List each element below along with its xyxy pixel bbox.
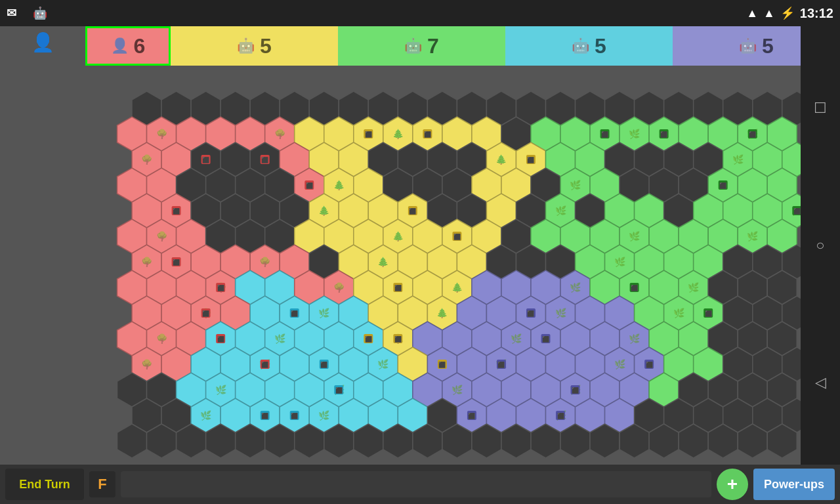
svg-text:🌿: 🌿 <box>732 154 744 165</box>
svg-text:🌿: 🌿 <box>570 282 581 293</box>
svg-text:🌳: 🌳 <box>274 129 286 140</box>
svg-text:🌲: 🌲 <box>452 282 463 293</box>
svg-text:🌿: 🌿 <box>555 308 567 319</box>
svg-text:🌳: 🌳 <box>333 282 345 293</box>
svg-text:⬛: ⬛ <box>749 131 757 138</box>
svg-text:⬛: ⬛ <box>335 387 343 394</box>
svg-text:⬛: ⬛ <box>601 131 609 138</box>
svg-text:🌿: 🌿 <box>274 333 286 345</box>
svg-text:🌳: 🌳 <box>141 154 153 165</box>
svg-text:🌳: 🌳 <box>156 129 168 140</box>
game-board[interactable]: 🌳🌳🌲🌿🌿🌳🌲🌿🌲🌿🌲🌿🌿🌳🌲🌿🌿🌳🌳🌲🌿🌳🌳🌲🌿🌿🌳🌿🌲🌿🌿🌳🌿🌲🌿🌿🌳🌿🌿🌿… <box>85 66 801 465</box>
svg-text:🌿: 🌿 <box>747 231 759 242</box>
svg-text:⬛: ⬛ <box>394 335 402 343</box>
svg-text:⬛: ⬛ <box>527 310 535 318</box>
action-bar <box>121 471 711 497</box>
svg-text:⬛: ⬛ <box>646 361 654 369</box>
svg-text:🌿: 🌿 <box>452 385 463 396</box>
cyan-player-score: 5 <box>595 34 606 58</box>
battery-icon: ⚡ <box>780 6 795 20</box>
svg-text:🌿: 🌿 <box>570 180 581 191</box>
status-bar: ✉ 🤖 ▲ ▲ ⚡ 13:12 <box>0 0 840 26</box>
svg-text:⬛: ⬛ <box>291 310 299 318</box>
player-tab-red[interactable]: 👤 6 <box>85 26 171 66</box>
player-tab-cyan[interactable]: 🤖 5 <box>505 26 673 66</box>
left-sidebar: 👤 <box>0 26 85 465</box>
svg-text:⬛: ⬛ <box>719 182 727 190</box>
player-tab-green[interactable]: 🤖 7 <box>338 26 505 66</box>
svg-text:⬛: ⬛ <box>793 207 801 215</box>
svg-text:⬛: ⬛ <box>173 207 180 215</box>
menu-button[interactable]: ☐ <box>814 100 827 117</box>
svg-text:🌲: 🌲 <box>333 180 345 191</box>
yellow-player-icon: 🤖 <box>237 37 255 54</box>
svg-text:⬛: ⬛ <box>424 131 432 138</box>
svg-text:🌲: 🌲 <box>392 231 404 242</box>
clock: 13:12 <box>800 6 833 21</box>
player-tab-yellow[interactable]: 🤖 5 <box>171 26 338 66</box>
svg-text:🌿: 🌿 <box>629 333 640 345</box>
svg-text:⬛: ⬛ <box>261 412 269 420</box>
svg-text:🌿: 🌿 <box>318 308 330 319</box>
back-button[interactable]: ◁ <box>815 374 826 391</box>
svg-text:🌿: 🌿 <box>614 257 626 268</box>
svg-text:🌳: 🌳 <box>259 257 271 268</box>
email-icon: ✉ <box>7 6 16 20</box>
svg-text:⬛: ⬛ <box>291 412 299 420</box>
hex-grid[interactable]: 🌳🌳🌲🌿🌿🌳🌲🌿🌲🌿🌲🌿🌿🌳🌲🌿🌿🌳🌳🌲🌿🌳🌳🌲🌿🌿🌳🌿🌲🌿🌿🌳🌿🌲🌿🌿🌳🌿🌿🌿… <box>85 66 801 465</box>
svg-text:⬛: ⬛ <box>320 361 328 369</box>
svg-text:⬛: ⬛ <box>217 335 225 343</box>
purple-player-icon: 🤖 <box>739 37 757 54</box>
svg-text:⬛: ⬛ <box>217 284 225 292</box>
svg-text:⬛: ⬛ <box>306 182 314 190</box>
robot-icon: 🤖 <box>33 6 47 20</box>
svg-text:⬛: ⬛ <box>631 284 639 292</box>
red-player-icon: 👤 <box>111 37 129 54</box>
svg-text:⬛: ⬛ <box>202 310 210 318</box>
f-badge: F <box>89 471 116 497</box>
sidebar-player-icon: 👤 <box>32 32 54 53</box>
svg-text:⬛: ⬛ <box>173 259 180 266</box>
svg-text:🌲: 🌲 <box>436 308 448 319</box>
scores-bar: 👤 👤 6 🤖 5 🤖 7 🤖 5 🤖 5 <box>0 26 840 66</box>
home-button[interactable]: ○ <box>816 237 824 254</box>
svg-text:🌳: 🌳 <box>141 359 153 370</box>
svg-text:🌲: 🌲 <box>392 129 404 140</box>
end-turn-button[interactable]: End Turn <box>5 469 84 500</box>
svg-text:⬛: ⬛ <box>660 131 668 138</box>
signal-icon: ▲ <box>763 7 775 20</box>
svg-text:🌿: 🌿 <box>318 410 330 421</box>
svg-text:🌿: 🌿 <box>511 333 522 345</box>
svg-text:⬛: ⬛ <box>453 233 461 241</box>
svg-text:🌿: 🌿 <box>629 129 640 140</box>
purple-player-score: 5 <box>762 34 774 58</box>
svg-text:⬛: ⬛ <box>365 335 373 343</box>
svg-text:🌿: 🌿 <box>688 282 700 293</box>
svg-text:🌿: 🌿 <box>629 231 640 242</box>
add-button[interactable]: + <box>717 469 748 500</box>
cyan-player-icon: 🤖 <box>572 37 589 54</box>
powerups-button[interactable]: Power-ups <box>753 469 835 500</box>
right-sidebar[interactable]: ☐ ○ ◁ <box>801 26 840 465</box>
svg-text:🌳: 🌳 <box>156 333 168 345</box>
svg-text:🌲: 🌲 <box>377 257 389 268</box>
svg-text:⬛: ⬛ <box>409 207 417 215</box>
bottom-bar: End Turn F + Power-ups <box>0 465 840 504</box>
svg-text:⬛: ⬛ <box>438 361 446 369</box>
svg-text:🌿: 🌿 <box>200 410 212 421</box>
svg-text:⬛: ⬛ <box>365 131 373 138</box>
svg-text:⬛: ⬛ <box>557 412 565 420</box>
svg-text:🌲: 🌲 <box>318 205 330 217</box>
svg-text:⬛: ⬛ <box>468 412 476 420</box>
svg-text:🌳: 🌳 <box>141 257 153 268</box>
svg-text:⬛: ⬛ <box>572 387 579 394</box>
svg-text:🌲: 🌲 <box>495 154 507 165</box>
svg-text:⬛: ⬛ <box>261 156 269 164</box>
green-player-icon: 🤖 <box>404 37 422 54</box>
svg-text:🌿: 🌿 <box>555 205 567 217</box>
svg-text:🌿: 🌿 <box>377 359 389 370</box>
svg-text:🌳: 🌳 <box>156 231 168 242</box>
svg-text:⬛: ⬛ <box>394 284 402 292</box>
svg-text:⬛: ⬛ <box>497 361 505 369</box>
svg-text:🌿: 🌿 <box>673 308 685 319</box>
